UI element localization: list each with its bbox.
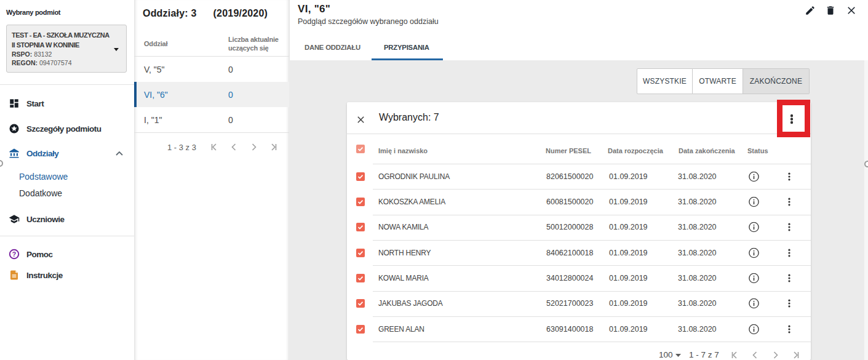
svg-text:?: ? (12, 250, 16, 258)
